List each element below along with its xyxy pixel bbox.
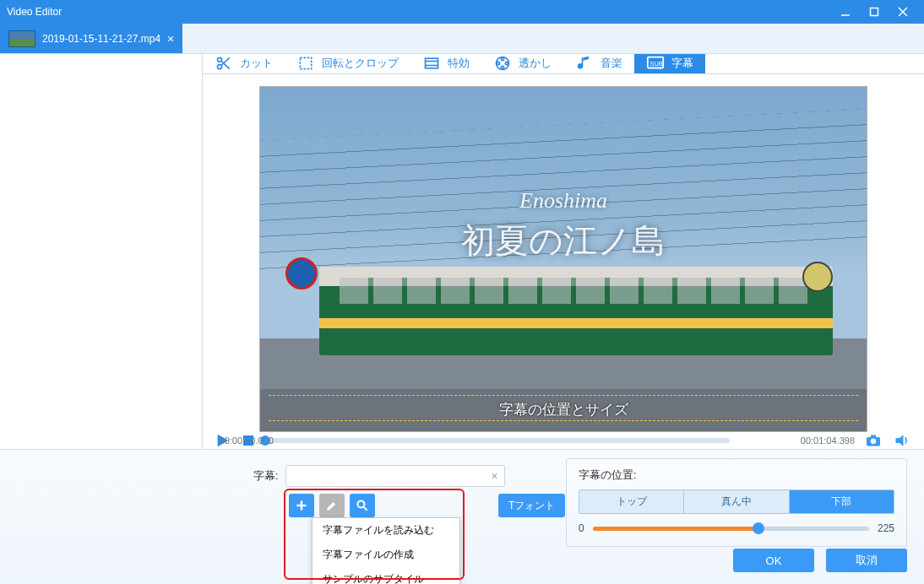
video-preview[interactable]: Enoshima 初夏の江ノ島 字幕の位置とサイズ	[259, 86, 867, 432]
timeline-slider[interactable]	[265, 438, 730, 443]
subtitle-icon: SUB	[646, 54, 665, 73]
svg-point-14	[501, 67, 503, 69]
scene-mirror	[802, 262, 833, 292]
slider-min: 0	[579, 522, 584, 534]
ok-button[interactable]: OK	[733, 549, 814, 572]
svg-point-16	[505, 62, 508, 65]
subtitle-input-row: 字幕: ×	[253, 465, 505, 487]
volume-button[interactable]	[892, 432, 912, 449]
slider-value: 225	[878, 522, 894, 534]
svg-rect-1	[871, 8, 878, 16]
svg-rect-23	[871, 435, 876, 438]
maximize-button[interactable]	[860, 0, 889, 24]
snapshot-button[interactable]	[863, 432, 883, 449]
svg-point-22	[871, 439, 876, 444]
svg-point-13	[501, 58, 503, 61]
file-close-icon[interactable]: ×	[167, 32, 174, 46]
tab-cut[interactable]: カット	[203, 54, 285, 73]
edit-subtitle-button[interactable]	[319, 494, 345, 517]
time-total: 00:01:04.398	[801, 435, 855, 446]
svg-rect-9	[426, 59, 438, 69]
subtitle-label: 字幕:	[253, 468, 279, 484]
svg-point-4	[218, 58, 222, 62]
menu-load-file[interactable]: 字幕ファイルを読み込む	[313, 518, 459, 543]
size-slider[interactable]	[593, 527, 869, 531]
crop-icon	[296, 54, 315, 73]
position-bottom[interactable]: 下部	[789, 490, 894, 513]
scissors-icon	[215, 54, 233, 73]
filmstrip-icon	[422, 54, 441, 73]
subtitle-guide-line	[269, 395, 858, 396]
tab-crop[interactable]: 回転とクロップ	[285, 54, 410, 73]
file-strip: 2019-01-15-11-21-27.mp4 ×	[0, 24, 924, 54]
file-name: 2019-01-15-11-21-27.mp4	[42, 33, 160, 45]
position-top[interactable]: トップ	[579, 490, 683, 513]
svg-point-15	[497, 62, 499, 65]
svg-point-5	[218, 65, 222, 69]
reel-icon	[493, 54, 512, 73]
subtitle-panel: 字幕: × Tフォント 字幕ファイルを読み込む 字幕ファイルの作成 サンプルのサ…	[0, 449, 924, 584]
overlay-title-jp: 初夏の江ノ島	[260, 218, 867, 264]
subtitle-input[interactable]	[285, 465, 505, 487]
svg-point-12	[497, 57, 509, 70]
position-panel: 字幕の位置: トップ 真ん中 下部 0 225	[566, 458, 907, 547]
svg-line-28	[364, 507, 367, 511]
playback-bar: 00:00:00.000 00:01:04.398	[203, 432, 924, 449]
cancel-button[interactable]: 取消	[826, 549, 907, 572]
subtitle-guide-caption: 字幕の位置とサイズ	[260, 400, 867, 419]
file-tab[interactable]: 2019-01-15-11-21-27.mp4 ×	[0, 24, 182, 53]
slider-knob[interactable]	[753, 522, 764, 534]
position-middle[interactable]: 真ん中	[683, 490, 788, 513]
window-title: Video Editor	[7, 6, 831, 18]
overlay-title-en: Enoshima	[260, 188, 867, 214]
add-subtitle-menu: 字幕ファイルを読み込む 字幕ファイルの作成 サンプルのサブタイル	[312, 517, 460, 584]
file-list-sidebar	[0, 54, 203, 449]
file-thumbnail	[8, 30, 35, 47]
menu-create-file[interactable]: 字幕ファイルの作成	[313, 543, 459, 567]
subtitle-guide-line	[269, 420, 858, 421]
music-note-icon	[575, 54, 594, 73]
svg-text:SUB: SUB	[650, 60, 663, 68]
svg-rect-8	[300, 58, 311, 69]
tab-watermark[interactable]: 透かし	[481, 54, 563, 73]
time-current: 00:00:00.000	[220, 435, 274, 446]
tab-effects[interactable]: 特効	[410, 54, 481, 73]
add-subtitle-button[interactable]	[289, 494, 314, 517]
clear-input-icon[interactable]: ×	[491, 469, 497, 483]
title-bar: Video Editor	[0, 0, 924, 24]
close-button[interactable]	[889, 0, 917, 24]
tab-music[interactable]: 音楽	[563, 54, 634, 73]
tool-tabs: カット 回転とクロップ 特効 透かし	[203, 54, 924, 74]
search-subtitle-button[interactable]	[350, 494, 375, 517]
menu-sample[interactable]: サンプルのサブタイル	[313, 567, 459, 584]
svg-marker-24	[896, 435, 904, 446]
minimize-button[interactable]	[831, 0, 860, 24]
tab-subtitle[interactable]: SUB 字幕	[634, 54, 705, 73]
svg-point-27	[357, 500, 364, 507]
position-label: 字幕の位置:	[579, 468, 894, 483]
font-button[interactable]: Tフォント	[498, 494, 565, 517]
position-segmented: トップ 真ん中 下部	[579, 489, 894, 514]
